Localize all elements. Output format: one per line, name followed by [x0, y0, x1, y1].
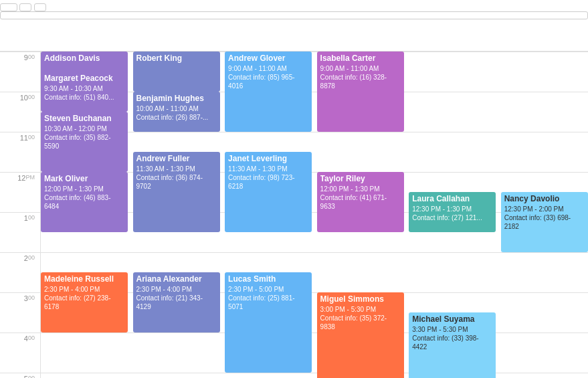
event-time: 2:30 PM - 4:00 PM: [44, 285, 124, 294]
event-title: Margaret Peacock: [44, 74, 124, 84]
event-title: Michael Suyama: [412, 314, 492, 325]
time-slot: 4 00: [0, 333, 40, 373]
event-time: 9:30 AM - 10:30 AM: [44, 84, 124, 93]
time-slot: 9 00: [0, 52, 40, 92]
event-title: Isabella Carter: [320, 54, 401, 64]
calendar-body: 9 0010 0011 0012 PM1 002 003 004 005 00 …: [0, 52, 588, 378]
event-title: Robert King: [136, 54, 217, 64]
calendar-event[interactable]: Robert King: [133, 52, 220, 92]
toolbar: [0, 0, 588, 19]
ampm-text: 00: [28, 214, 35, 221]
event-contact: Contact info: (25) 881-5071: [228, 294, 308, 311]
event-contact: Contact info: (46) 883-6484: [44, 193, 124, 211]
event-time: 2:30 PM - 5:00 PM: [228, 285, 308, 294]
event-title: Benjamin Hughes: [136, 94, 217, 104]
ampm-text: 00: [28, 94, 35, 100]
event-contact: Contact info: (51) 840...: [44, 93, 124, 102]
event-title: Miguel Simmons: [320, 294, 401, 305]
today-button[interactable]: [0, 3, 17, 11]
event-title: Mark Oliver: [44, 174, 124, 185]
event-title: Nancy Davolio: [504, 194, 585, 205]
event-title: Ariana Alexander: [136, 274, 217, 285]
event-contact: Contact info: (35) 372-9838: [320, 314, 401, 331]
calendar-event[interactable]: Ariana Alexander2:30 PM - 4:00 PMContact…: [133, 272, 220, 333]
event-contact: Contact info: (16) 328-8878: [320, 73, 401, 90]
ampm-text: 00: [28, 54, 35, 60]
event-contact: Contact info: (98) 723-6218: [228, 173, 308, 191]
event-time: 2:30 PM - 4:00 PM: [136, 285, 217, 294]
calendar-event[interactable]: Madeleine Russell2:30 PM - 4:00 PMContac…: [41, 272, 128, 333]
hour-text: 11: [20, 134, 28, 142]
event-title: Steven Buchanan: [44, 114, 124, 124]
prev-button[interactable]: [19, 3, 31, 11]
event-time: 9:00 AM - 11:00 AM: [320, 64, 401, 73]
calendar-event[interactable]: Mark Oliver12:00 PM - 1:30 PMContact inf…: [41, 172, 128, 232]
calendar-event[interactable]: Taylor Riley12:00 PM - 1:30 PMContact in…: [317, 172, 404, 232]
time-slot: 1 00: [0, 212, 40, 252]
event-time: 10:00 AM - 11:00 AM: [136, 104, 217, 113]
calendar-event[interactable]: Michael Suyama3:30 PM - 5:30 PMContact i…: [409, 312, 496, 378]
hour-text: 10: [20, 94, 28, 102]
ampm-text: 00: [28, 294, 35, 301]
event-title: Andrew Glover: [228, 54, 308, 64]
event-time: 3:00 PM - 5:30 PM: [320, 305, 401, 314]
event-time: 9:00 AM - 11:00 AM: [228, 64, 308, 73]
event-title: Taylor Riley: [320, 174, 401, 185]
calendar-event[interactable]: Andrew Fuller11:30 AM - 1:30 PMContact i…: [133, 152, 220, 232]
ampm-text: 00: [28, 254, 35, 261]
event-contact: Contact info: (21) 343-4129: [136, 294, 217, 311]
ampm-text: PM: [26, 174, 35, 181]
event-contact: Contact info: (41) 671-9633: [320, 193, 401, 211]
calendar-event[interactable]: Benjamin Hughes10:00 AM - 11:00 AMContac…: [133, 92, 220, 132]
event-time: 11:30 AM - 1:30 PM: [228, 165, 308, 173]
time-slot: 11 00: [0, 132, 40, 172]
hour-row: [41, 373, 588, 378]
calendar-header: [0, 19, 588, 52]
event-title: Laura Callahan: [412, 194, 492, 205]
hour-text: 12: [17, 174, 25, 182]
event-title: Andrew Fuller: [136, 154, 217, 165]
date-picker[interactable]: [0, 11, 588, 19]
calendar-event[interactable]: Nancy Davolio12:30 PM - 2:00 PMContact i…: [501, 192, 588, 252]
calendar-event[interactable]: Margaret Peacock9:30 AM - 10:30 AMContac…: [41, 72, 128, 112]
event-time: 12:00 PM - 1:30 PM: [320, 185, 401, 193]
calendar-event[interactable]: Lucas Smith2:30 PM - 5:00 PMContact info…: [225, 272, 312, 373]
event-contact: Contact info: (26) 887-...: [136, 113, 217, 122]
event-contact: Contact info: (33) 398-4422: [412, 334, 492, 351]
event-contact: Contact info: (36) 874-9702: [136, 173, 217, 191]
next-button[interactable]: [34, 3, 46, 11]
event-time: 12:30 PM - 1:30 PM: [412, 205, 492, 213]
calendar-event[interactable]: Janet Leverling11:30 AM - 1:30 PMContact…: [225, 152, 312, 232]
event-time: 12:00 PM - 1:30 PM: [44, 185, 124, 193]
time-slot: 12 PM: [0, 172, 40, 212]
event-time: 11:30 AM - 1:30 PM: [136, 165, 217, 173]
event-contact: Contact info: (27) 238-6178: [44, 294, 124, 311]
event-title: Madeleine Russell: [44, 274, 124, 285]
hour-row: [41, 333, 588, 373]
ampm-text: 00: [28, 134, 35, 140]
event-time: 12:30 PM - 2:00 PM: [504, 205, 585, 213]
event-time: 10:30 AM - 12:00 PM: [44, 124, 124, 133]
ampm-text: 00: [28, 335, 35, 341]
time-slot: 2 00: [0, 252, 40, 292]
event-contact: Contact info: (33) 698-2182: [504, 213, 585, 231]
calendar-event[interactable]: Andrew Glover9:00 AM - 11:00 AMContact i…: [225, 52, 312, 132]
event-title: Addison Davis: [44, 54, 124, 64]
time-column: 9 0010 0011 0012 PM1 002 003 004 005 00: [0, 52, 40, 378]
calendar-event[interactable]: Laura Callahan12:30 PM - 1:30 PMContact …: [409, 192, 496, 232]
calendar-event[interactable]: Miguel Simmons3:00 PM - 5:30 PMContact i…: [317, 292, 404, 378]
event-title: Lucas Smith: [228, 274, 308, 285]
event-time: 3:30 PM - 5:30 PM: [412, 325, 492, 334]
event-contact: Contact info: (27) 121...: [412, 213, 492, 222]
ampm-text: 00: [28, 375, 35, 378]
event-contact: Contact info: (85) 965-4016: [228, 73, 308, 90]
calendar-event[interactable]: Steven Buchanan10:30 AM - 12:00 PMContac…: [41, 112, 128, 172]
time-slot: 5 00: [0, 373, 40, 378]
events-column: Addison DavisRobert KingAndrew Glover9:0…: [40, 52, 588, 378]
time-slot: 10 00: [0, 92, 40, 132]
event-title: Janet Leverling: [228, 154, 308, 165]
event-contact: Contact info: (35) 882-5590: [44, 133, 124, 151]
time-slot: 3 00: [0, 292, 40, 333]
calendar-event[interactable]: Isabella Carter9:00 AM - 11:00 AMContact…: [317, 52, 404, 132]
